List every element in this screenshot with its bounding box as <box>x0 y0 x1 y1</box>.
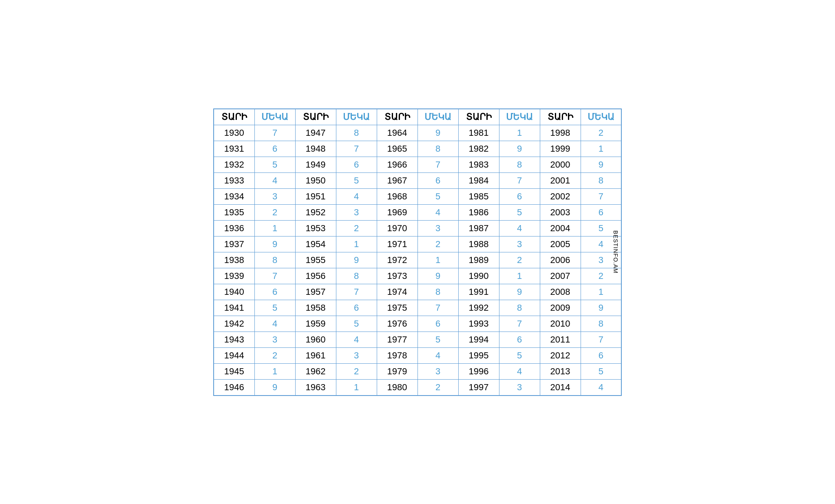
cell-r0-c2: 1947 <box>295 125 336 141</box>
cell-r5-c1: 2 <box>254 204 295 220</box>
cell-r4-c8: 2002 <box>540 188 581 204</box>
cell-r14-c4: 1978 <box>377 347 418 363</box>
cell-r15-c0: 1945 <box>214 363 254 379</box>
cell-r5-c0: 1935 <box>214 204 254 220</box>
cell-r16-c0: 1946 <box>214 379 254 396</box>
table-row: 1938819559197211989220063 <box>214 252 621 268</box>
table-row: 1943319604197751994620117 <box>214 332 621 347</box>
cell-r11-c2: 1958 <box>295 300 336 316</box>
cell-r8-c0: 1938 <box>214 252 254 268</box>
cell-r14-c8: 2012 <box>540 347 581 363</box>
cell-r8-c3: 9 <box>336 252 377 268</box>
cell-r2-c4: 1966 <box>377 157 418 172</box>
cell-r16-c5: 2 <box>418 379 458 396</box>
cell-r7-c1: 9 <box>254 236 295 252</box>
cell-r11-c4: 1975 <box>377 300 418 316</box>
cell-r3-c7: 7 <box>499 172 540 188</box>
table-row: 1941519586197571992820099 <box>214 300 621 316</box>
cell-r7-c3: 1 <box>336 236 377 252</box>
cell-r15-c7: 4 <box>499 363 540 379</box>
cell-r1-c3: 7 <box>336 141 377 157</box>
table-row: 1940619577197481991920081 <box>214 284 621 300</box>
cell-r15-c5: 3 <box>418 363 458 379</box>
cell-r8-c7: 2 <box>499 252 540 268</box>
cell-r8-c2: 1955 <box>295 252 336 268</box>
cell-r8-c4: 1972 <box>377 252 418 268</box>
cell-r12-c9: 8 <box>581 316 621 332</box>
cell-r9-c4: 1973 <box>377 268 418 284</box>
cell-r8-c6: 1989 <box>458 252 499 268</box>
cell-r11-c6: 1992 <box>458 300 499 316</box>
cell-r6-c6: 1987 <box>458 220 499 236</box>
cell-r13-c0: 1943 <box>214 332 254 347</box>
cell-r8-c8: 2006 <box>540 252 581 268</box>
cell-r3-c0: 1933 <box>214 172 254 188</box>
cell-r16-c3: 1 <box>336 379 377 396</box>
main-table: ՏԱՐԻՄԵԿԱՏԱՐԻՄԵԿԱՏԱՐԻՄԵԿԱՏԱՐԻՄԵԿԱՏԱՐԻՄԵԿԱ… <box>213 108 622 396</box>
cell-r2-c7: 8 <box>499 157 540 172</box>
cell-r11-c9: 9 <box>581 300 621 316</box>
cell-r7-c7: 3 <box>499 236 540 252</box>
cell-r4-c0: 1934 <box>214 188 254 204</box>
column-header-6: ՏԱՐԻ <box>458 109 499 125</box>
cell-r13-c8: 2011 <box>540 332 581 347</box>
cell-r11-c7: 8 <box>499 300 540 316</box>
cell-r3-c8: 2001 <box>540 172 581 188</box>
column-header-5: ՄԵԿԱ <box>418 109 458 125</box>
column-header-1: ՄԵԿԱ <box>254 109 295 125</box>
cell-r12-c2: 1959 <box>295 316 336 332</box>
cell-r13-c6: 1994 <box>458 332 499 347</box>
cell-r4-c5: 5 <box>418 188 458 204</box>
cell-r13-c5: 5 <box>418 332 458 347</box>
cell-r14-c6: 1995 <box>458 347 499 363</box>
cell-r11-c0: 1941 <box>214 300 254 316</box>
cell-r4-c6: 1985 <box>458 188 499 204</box>
cell-r6-c0: 1936 <box>214 220 254 236</box>
column-header-4: ՏԱՐԻ <box>377 109 418 125</box>
cell-r13-c7: 6 <box>499 332 540 347</box>
cell-r1-c0: 1931 <box>214 141 254 157</box>
cell-r15-c3: 2 <box>336 363 377 379</box>
cell-r1-c6: 1982 <box>458 141 499 157</box>
table-row: 1935219523196941986520036 <box>214 204 621 220</box>
cell-r9-c5: 9 <box>418 268 458 284</box>
table-row: 1939719568197391990120072 <box>214 268 621 284</box>
cell-r15-c2: 1962 <box>295 363 336 379</box>
cell-r6-c8: 2004 <box>540 220 581 236</box>
cell-r1-c2: 1948 <box>295 141 336 157</box>
cell-r9-c1: 7 <box>254 268 295 284</box>
column-header-0: ՏԱՐԻ <box>214 109 254 125</box>
cell-r0-c6: 1981 <box>458 125 499 141</box>
cell-r2-c9: 9 <box>581 157 621 172</box>
cell-r16-c4: 1980 <box>377 379 418 396</box>
table-row: 1934319514196851985620027 <box>214 188 621 204</box>
table-row: 1932519496196671983820009 <box>214 157 621 172</box>
cell-r14-c5: 4 <box>418 347 458 363</box>
cell-r16-c2: 1963 <box>295 379 336 396</box>
table-row: 1944219613197841995520126 <box>214 347 621 363</box>
cell-r2-c3: 6 <box>336 157 377 172</box>
cell-r4-c1: 3 <box>254 188 295 204</box>
cell-r1-c4: 1965 <box>377 141 418 157</box>
cell-r14-c3: 3 <box>336 347 377 363</box>
cell-r9-c2: 1956 <box>295 268 336 284</box>
cell-r3-c4: 1967 <box>377 172 418 188</box>
column-header-2: ՏԱՐԻ <box>295 109 336 125</box>
cell-r0-c9: 2 <box>581 125 621 141</box>
cell-r8-c5: 1 <box>418 252 458 268</box>
cell-r3-c1: 4 <box>254 172 295 188</box>
table-row: 1945119622197931996420135 <box>214 363 621 379</box>
cell-r6-c3: 2 <box>336 220 377 236</box>
cell-r10-c1: 6 <box>254 284 295 300</box>
cell-r1-c9: 1 <box>581 141 621 157</box>
cell-r12-c3: 5 <box>336 316 377 332</box>
column-header-8: ՏԱՐԻ <box>540 109 581 125</box>
cell-r3-c2: 1950 <box>295 172 336 188</box>
cell-r14-c9: 6 <box>581 347 621 363</box>
cell-r11-c5: 7 <box>418 300 458 316</box>
cell-r13-c3: 4 <box>336 332 377 347</box>
cell-r4-c7: 6 <box>499 188 540 204</box>
cell-r12-c6: 1993 <box>458 316 499 332</box>
table-row: 1936119532197031987420045 <box>214 220 621 236</box>
table-wrapper: ՏԱՐԻՄԵԿԱՏԱՐԻՄԵԿԱՏԱՐԻՄԵԿԱՏԱՐԻՄԵԿԱՏԱՐԻՄԵԿԱ… <box>213 108 622 396</box>
